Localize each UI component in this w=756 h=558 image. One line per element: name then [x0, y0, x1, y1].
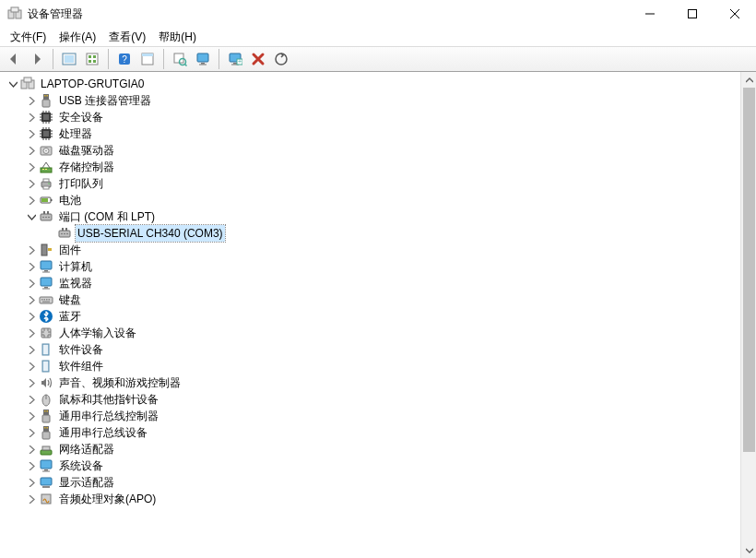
- tree-category[interactable]: 系统设备: [24, 457, 740, 474]
- tree-item-label: 显示适配器: [57, 474, 116, 491]
- maximize-button[interactable]: [671, 0, 714, 28]
- toolbar-update-driver[interactable]: [270, 48, 292, 70]
- chevron-right-icon[interactable]: [24, 126, 39, 141]
- keyboard-icon: [39, 292, 53, 307]
- tree-pane: LAPTOP-GRUTGIA0USB 连接器管理器安全设备处理器磁盘驱动器存储控…: [0, 72, 756, 558]
- tree-root[interactable]: LAPTOP-GRUTGIA0: [6, 76, 740, 92]
- window-controls: [629, 0, 756, 28]
- toolbar-separator: [53, 49, 53, 69]
- chevron-right-icon[interactable]: [24, 93, 39, 108]
- chevron-right-icon[interactable]: [24, 292, 39, 307]
- toolbar-separator: [108, 49, 109, 69]
- toolbar-uninstall-device[interactable]: [247, 48, 269, 70]
- tree-item-label: USB-SERIAL CH340 (COM3): [76, 225, 225, 242]
- tree-category[interactable]: 软件组件: [24, 358, 740, 374]
- toolbar-properties[interactable]: [136, 48, 159, 70]
- chevron-right-icon[interactable]: [24, 392, 39, 407]
- port-icon: [57, 226, 72, 241]
- toolbar-add-hardware[interactable]: [224, 48, 246, 70]
- monitor-icon: [39, 259, 53, 274]
- tree-category[interactable]: 通用串行总线设备: [24, 424, 740, 441]
- chevron-right-icon[interactable]: [24, 442, 39, 457]
- tree-category[interactable]: 声音、视频和游戏控制器: [24, 374, 740, 391]
- chevron-right-icon[interactable]: [24, 193, 39, 208]
- chevron-right-icon[interactable]: [24, 176, 39, 191]
- chevron-right-icon[interactable]: [24, 110, 39, 125]
- toolbar-forward[interactable]: [26, 48, 48, 70]
- toolbar-back[interactable]: [3, 48, 25, 70]
- tree-item-label: 键盘: [57, 291, 83, 308]
- tree-item-label: 网络适配器: [57, 441, 116, 457]
- tree-item-label: 存储控制器: [57, 159, 116, 175]
- toolbar-show-hide-console-tree[interactable]: [58, 48, 80, 70]
- tree-item-label: 鼠标和其他指针设备: [57, 391, 160, 408]
- tree-category[interactable]: 电池: [24, 192, 740, 208]
- chevron-right-icon[interactable]: [24, 259, 39, 274]
- scroll-thumb[interactable]: [743, 88, 755, 452]
- usbctl-icon: [39, 425, 53, 440]
- chevron-right-icon[interactable]: [24, 409, 39, 423]
- menu-file[interactable]: 文件(F): [4, 29, 53, 46]
- window-title: 设备管理器: [28, 6, 629, 22]
- toolbar-scan-hardware[interactable]: [169, 48, 191, 70]
- tree-category[interactable]: 处理器: [24, 125, 740, 142]
- tree-category[interactable]: 固件: [24, 242, 740, 258]
- tree-category[interactable]: USB 连接器管理器: [24, 92, 740, 109]
- tree-item-label: 声音、视频和游戏控制器: [57, 374, 183, 391]
- tree-category[interactable]: 打印队列: [24, 175, 740, 192]
- tree-category[interactable]: 显示适配器: [24, 474, 740, 491]
- tree-category[interactable]: 蓝牙: [24, 308, 740, 325]
- tree-category[interactable]: 安全设备: [24, 109, 740, 125]
- chevron-down-icon[interactable]: [24, 209, 39, 224]
- tree-item-label: 处理器: [57, 125, 94, 142]
- tree-category[interactable]: 监视器: [24, 275, 740, 291]
- chevron-right-icon[interactable]: [24, 475, 39, 490]
- tree-item-label: 打印队列: [57, 175, 105, 192]
- chevron-right-icon[interactable]: [24, 492, 39, 506]
- tree-item-label: 音频处理对象(APO): [57, 491, 158, 507]
- menu-action[interactable]: 操作(A): [53, 29, 102, 46]
- close-button[interactable]: [714, 0, 756, 28]
- menu-help[interactable]: 帮助(H): [152, 29, 203, 46]
- chevron-right-icon[interactable]: [24, 342, 39, 357]
- tree-category[interactable]: 网络适配器: [24, 441, 740, 457]
- chevron-right-icon[interactable]: [24, 458, 39, 473]
- toolbar-enable-device[interactable]: [192, 48, 214, 70]
- chevron-right-icon[interactable]: [24, 160, 39, 174]
- minimize-button[interactable]: [629, 0, 671, 28]
- chevron-right-icon[interactable]: [24, 143, 39, 158]
- chevron-right-icon[interactable]: [24, 326, 39, 340]
- toolbar-mmc-options[interactable]: [81, 48, 103, 70]
- tree-category[interactable]: 人体学输入设备: [24, 325, 740, 341]
- tree-category[interactable]: 鼠标和其他指针设备: [24, 391, 740, 408]
- tree-category[interactable]: 键盘: [24, 291, 740, 308]
- menu-view[interactable]: 查看(V): [102, 29, 152, 46]
- tree-category[interactable]: 端口 (COM 和 LPT): [24, 208, 740, 225]
- tree-category[interactable]: 音频处理对象(APO): [24, 491, 740, 507]
- toolbar-help[interactable]: [113, 48, 136, 70]
- chevron-right-icon[interactable]: [24, 243, 39, 257]
- tree-category[interactable]: 软件设备: [24, 341, 740, 358]
- chevron-right-icon[interactable]: [24, 309, 39, 324]
- scroll-up-arrow-icon[interactable]: [741, 72, 756, 88]
- net-icon: [39, 442, 53, 457]
- tree-category[interactable]: 存储控制器: [24, 159, 740, 175]
- chevron-right-icon[interactable]: [24, 276, 39, 291]
- device-tree[interactable]: LAPTOP-GRUTGIA0USB 连接器管理器安全设备处理器磁盘驱动器存储控…: [0, 72, 740, 558]
- chevron-right-icon[interactable]: [24, 359, 39, 374]
- toolbar: [0, 46, 756, 72]
- tree-item-label: 软件组件: [57, 358, 105, 374]
- chevron-right-icon[interactable]: [24, 375, 39, 390]
- tree-device[interactable]: USB-SERIAL CH340 (COM3): [42, 225, 740, 242]
- cpu-icon: [39, 126, 53, 141]
- tree-item-label: 通用串行总线设备: [57, 424, 149, 441]
- tree-category[interactable]: 通用串行总线控制器: [24, 408, 740, 424]
- scroll-down-arrow-icon[interactable]: [741, 542, 756, 558]
- vertical-scrollbar[interactable]: [740, 72, 756, 558]
- chevron-down-icon[interactable]: [6, 77, 20, 91]
- tree-item-label: 计算机: [57, 258, 94, 275]
- printer-icon: [39, 176, 53, 191]
- tree-category[interactable]: 计算机: [24, 258, 740, 275]
- tree-category[interactable]: 磁盘驱动器: [24, 142, 740, 159]
- chevron-right-icon[interactable]: [24, 425, 39, 440]
